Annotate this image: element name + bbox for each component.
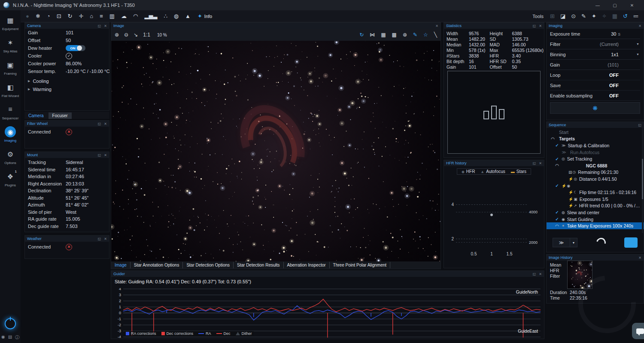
imaging-setting-row[interactable]: Filter (Current) ▼ — [550, 39, 640, 49]
camera-toggle-icon[interactable]: ● — [26, 13, 29, 19]
star-annotation-icon[interactable]: ☆ — [423, 32, 428, 37]
cooler-toggle-icon[interactable]: ❄ — [36, 13, 40, 19]
sequence-toggle-icon[interactable]: ≡ — [100, 13, 103, 19]
one-to-one-button[interactable]: 1:1 — [143, 32, 150, 37]
dock-icon[interactable]: ◱ — [98, 237, 101, 241]
expander-row[interactable]: ▶ Warming — [25, 85, 109, 93]
dock-icon[interactable]: ◱ — [533, 24, 536, 28]
about-icon[interactable]: ⓘ — [15, 334, 19, 340]
sidebar-item-sequencer[interactable]: ≡ Sequencer — [0, 101, 21, 124]
sidebar-item-equipment[interactable]: ▦ Equipment — [0, 12, 21, 34]
sequence-item[interactable]: ⚡◎ Distance 0.44/1.50 — [547, 176, 644, 182]
dock-icon[interactable]: ◱ — [533, 161, 536, 165]
main-image-canvas[interactable] — [111, 41, 440, 262]
close-button[interactable]: ✕ — [623, 0, 641, 10]
close-icon[interactable]: ✕ — [539, 161, 542, 165]
close-icon[interactable]: ✕ — [104, 24, 107, 28]
expander-row[interactable]: ▶ Cooling — [25, 77, 109, 85]
wand-icon[interactable]: ✧ — [602, 13, 607, 19]
stop-sequence-button[interactable] — [624, 237, 638, 248]
close-icon[interactable]: ✕ — [638, 256, 641, 260]
close-icon[interactable]: ✕ — [104, 237, 107, 241]
chat-button[interactable] — [632, 323, 644, 339]
sidebar-item-options[interactable]: ⚙ Options — [0, 146, 21, 168]
sidebar-item-flat-wizard[interactable]: ◧ Flat Wizard — [0, 79, 21, 101]
dock-tab[interactable]: Image — [111, 262, 131, 268]
sequence-item[interactable]: ⚡☾ Flip time 02:11:16 - 02:16:16 — [547, 189, 644, 196]
sequence-item[interactable]: ◠ NGC 6888 — [547, 162, 644, 169]
zoom-out-icon[interactable]: ⊖ — [124, 32, 128, 37]
measure-icon[interactable]: ╲ — [434, 32, 437, 37]
sequence-item[interactable]: ✓ ◍ Slew and center — [547, 209, 644, 216]
list-icon[interactable]: ≔ — [633, 13, 639, 19]
dock-icon[interactable]: ◱ — [98, 24, 101, 28]
brush-icon[interactable]: ✎ — [581, 13, 586, 19]
autostretch-icon[interactable]: ↻ — [359, 32, 364, 37]
close-icon[interactable]: ✕ — [638, 24, 641, 28]
flat-panel-toggle-icon[interactable]: ◍ — [174, 13, 179, 19]
pixel-grid-icon[interactable]: ▦ — [381, 32, 386, 37]
mount-toggle-icon[interactable]: ⌂ — [90, 13, 93, 19]
statistics-toggle-icon[interactable]: ▂▅▃ — [144, 13, 157, 19]
dock-tab[interactable]: Star Annotation Options — [131, 262, 183, 268]
imaging-setting-row[interactable]: Binning 1x1 ▼ — [550, 49, 640, 60]
imaging-setting-row[interactable]: Loop OFF — [550, 70, 640, 80]
dock-tab[interactable]: Star Detection Results — [234, 262, 284, 268]
info-button[interactable]: ✦ Info — [197, 13, 212, 19]
close-icon[interactable]: ✕ — [539, 24, 542, 28]
focuser-toggle-icon[interactable]: ⊡ — [57, 13, 61, 19]
sidebar-item-sky-atlas[interactable]: ✶ Sky Atlas — [0, 34, 21, 57]
crosshair-icon[interactable]: ⊕ — [403, 32, 407, 37]
plate-solve-icon[interactable]: ✎ — [413, 32, 417, 37]
equipment-tab[interactable]: Camera — [24, 112, 48, 119]
pages-icon[interactable]: ⊞ — [550, 13, 555, 19]
imaging-setting-row[interactable]: Enable subsampling OFF — [550, 91, 640, 101]
weather-toggle-icon[interactable]: ☁ — [121, 13, 127, 19]
dew-heater-toggle[interactable]: ON — [66, 45, 85, 51]
skip-instruction-button[interactable]: ≫ ▼ — [553, 238, 577, 247]
close-icon[interactable]: ✕ — [104, 153, 107, 157]
close-icon[interactable]: ✕ — [539, 272, 542, 276]
sequence-item[interactable]: ✓ ⚡◉ — [547, 182, 644, 189]
dock-icon[interactable]: ◱ — [638, 123, 641, 127]
dock-icon[interactable]: ◱ — [98, 122, 101, 126]
layers-icon[interactable]: ◪ — [560, 13, 565, 19]
sidebar-item-plugins[interactable]: 1 ❖ Plugins — [0, 168, 21, 191]
imaging-setting-row[interactable]: Gain (101) — [550, 60, 640, 70]
sequence-item[interactable]: Start — [547, 129, 644, 136]
history-icon[interactable]: ↺ — [623, 13, 628, 19]
disconnected-icon[interactable]: ✕ — [66, 244, 72, 250]
dock-tab[interactable]: Aberration Inspector — [284, 262, 330, 268]
eye-icon[interactable]: ◉ — [1, 334, 5, 340]
disconnected-icon[interactable]: ✕ — [66, 129, 72, 135]
sequence-item[interactable]: ⚡↗ HFR trend 0.00 | 0.00 - 0% / 10% — [547, 203, 644, 209]
imaging-setting-row[interactable]: Save OFF — [550, 80, 640, 91]
power-button[interactable] — [5, 318, 16, 329]
close-icon[interactable]: ✕ — [435, 24, 438, 28]
imaging-setting-row[interactable]: Exposure time 30 s — [550, 29, 640, 39]
sequence-item[interactable]: ✓ ◉ Start Guiding — [547, 216, 644, 223]
maximize-button[interactable]: ▢ — [606, 0, 623, 10]
sequence-item[interactable]: ◠ ✶ Take Many Exposures 100x 240s — [547, 222, 644, 229]
sequence-item[interactable]: ≫ Run Autofocus — [547, 149, 644, 156]
filter-wheel-toggle-icon[interactable]: ◔ — [47, 13, 50, 19]
titlebar[interactable]: N.I.N.A. - Nighttime Imaging 'N' Astrono… — [0, 0, 644, 10]
dock-icon[interactable]: ◱ — [533, 272, 536, 276]
minimize-button[interactable]: — — [589, 0, 606, 10]
dome-toggle-icon[interactable]: ◠ — [133, 13, 138, 19]
equipment-tab[interactable]: Focuser — [49, 112, 72, 119]
close-icon[interactable]: ✕ — [104, 122, 107, 126]
switch-toggle-icon[interactable]: ▥ — [109, 13, 115, 19]
sidebar-item-framing[interactable]: ▣ Framing — [0, 57, 21, 79]
dock-icon[interactable]: ◱ — [98, 153, 101, 157]
hfr-history-toggle-icon[interactable]: ∴ — [164, 13, 167, 19]
sequence-scrollbar[interactable] — [642, 127, 643, 233]
cooler-ok-icon[interactable]: ✓ — [66, 53, 72, 59]
flip-horizontal-icon[interactable]: ⋈ — [370, 32, 375, 37]
zoom-in-icon[interactable]: ⊕ — [115, 32, 119, 37]
grid-icon[interactable]: ▦ — [612, 13, 617, 19]
sequence-item[interactable]: ▤◷ Remaining 06:21:30 — [547, 169, 644, 176]
dock-tab[interactable]: Star Detection Options — [183, 262, 234, 268]
manual-icon[interactable]: ▤ — [8, 334, 12, 340]
sequence-item[interactable]: ◠ Targets — [547, 136, 644, 143]
